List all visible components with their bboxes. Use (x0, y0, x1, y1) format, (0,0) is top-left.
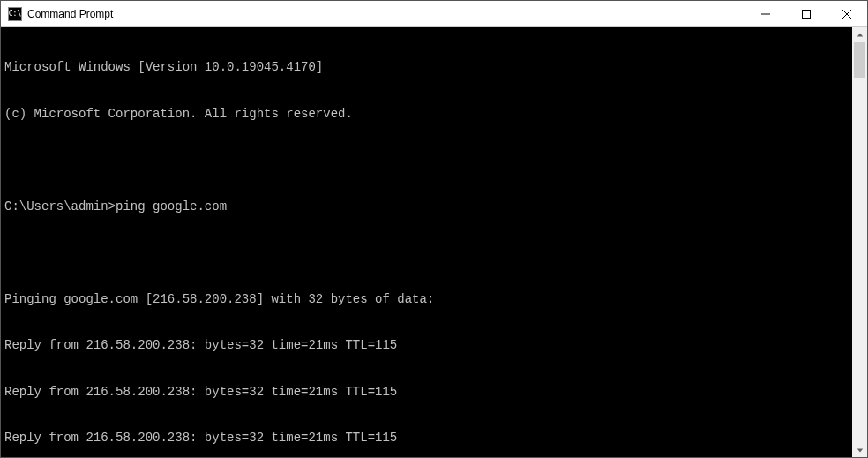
content-area: Microsoft Windows [Version 10.0.19045.41… (1, 27, 867, 457)
os-version-line: Microsoft Windows [Version 10.0.19045.41… (4, 60, 849, 76)
window-controls (745, 1, 867, 26)
titlebar[interactable]: C:\ Command Prompt (1, 1, 867, 27)
command-prompt-window: C:\ Command Prompt Microsoft Windows [Ve… (0, 0, 868, 458)
scroll-track[interactable] (852, 42, 867, 442)
scroll-down-button[interactable] (852, 442, 867, 457)
prompt-path: C:\Users\admin> (4, 199, 116, 214)
svg-rect-1 (803, 10, 811, 18)
copyright-line: (c) Microsoft Corporation. All rights re… (4, 107, 849, 123)
command-input: ping google.com (116, 199, 227, 214)
window-title: Command Prompt (27, 8, 745, 20)
scroll-thumb[interactable] (854, 42, 865, 78)
vertical-scrollbar[interactable] (852, 27, 867, 457)
close-button[interactable] (827, 1, 867, 26)
pinging-line: Pinging google.com [216.58.200.238] with… (4, 292, 849, 308)
reply-line: Reply from 216.58.200.238: bytes=32 time… (4, 431, 849, 447)
terminal-output[interactable]: Microsoft Windows [Version 10.0.19045.41… (1, 27, 852, 457)
prompt-line: C:\Users\admin>ping google.com (4, 199, 849, 215)
blank-line (4, 245, 849, 261)
cmd-icon: C:\ (8, 7, 22, 21)
reply-line: Reply from 216.58.200.238: bytes=32 time… (4, 385, 849, 401)
blank-line (4, 153, 849, 169)
scroll-up-button[interactable] (852, 27, 867, 42)
maximize-button[interactable] (786, 1, 827, 26)
reply-line: Reply from 216.58.200.238: bytes=32 time… (4, 338, 849, 354)
minimize-button[interactable] (745, 1, 786, 26)
